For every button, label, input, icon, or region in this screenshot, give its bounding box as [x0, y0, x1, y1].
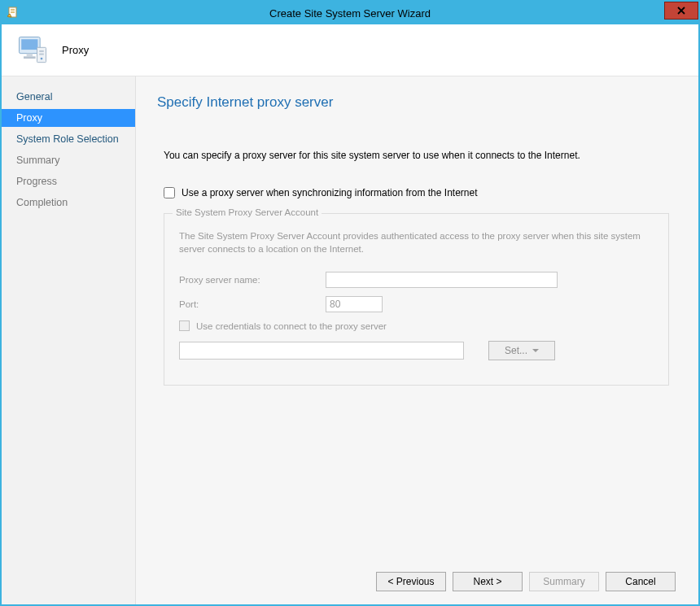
sidebar-item-summary[interactable]: Summary [2, 151, 135, 169]
wizard-window: Create Site System Server Wizard Proxy G… [0, 0, 700, 606]
svg-rect-1 [11, 9, 15, 10]
close-button[interactable] [664, 2, 698, 20]
cancel-button[interactable]: Cancel [606, 572, 676, 591]
use-proxy-checkbox[interactable] [164, 187, 175, 198]
set-credentials-button: Set... [488, 341, 555, 360]
set-button-label: Set... [505, 345, 527, 356]
fieldset-legend: Site System Proxy Server Account [173, 207, 322, 217]
proxy-server-row: Proxy server name: [179, 272, 654, 288]
use-proxy-row: Use a proxy server when synchronizing in… [164, 187, 676, 198]
sidebar-item-progress[interactable]: Progress [2, 172, 135, 190]
sidebar-item-proxy[interactable]: Proxy [2, 109, 135, 127]
sidebar-item-general[interactable]: General [2, 88, 135, 106]
previous-button[interactable]: < Previous [376, 572, 446, 591]
svg-rect-10 [39, 53, 44, 54]
use-credentials-label: Use credentials to connect to the proxy … [196, 321, 387, 331]
credentials-input [179, 342, 464, 360]
use-credentials-checkbox [179, 320, 190, 331]
svg-rect-7 [24, 56, 36, 59]
next-button[interactable]: Next > [453, 572, 523, 591]
sidebar-item-completion[interactable]: Completion [2, 194, 135, 211]
fieldset-info: The Site System Proxy Server Account pro… [179, 230, 654, 255]
main-panel: Specify Internet proxy server You can sp… [135, 76, 698, 604]
wizard-footer: < Previous Next > Summary Cancel [157, 556, 676, 591]
page-description: You can specify a proxy server for this … [164, 150, 676, 161]
port-input [326, 296, 383, 312]
svg-rect-6 [27, 53, 33, 56]
svg-rect-2 [11, 11, 15, 11]
port-row: Port: [179, 296, 654, 312]
svg-point-11 [41, 57, 43, 59]
page-heading: Specify Internet proxy server [157, 94, 676, 111]
window-icon [7, 7, 20, 20]
sidebar: General Proxy System Role Selection Summ… [2, 76, 135, 604]
proxy-server-input [326, 272, 558, 288]
wizard-header: Proxy [2, 24, 698, 76]
port-label: Port: [179, 299, 317, 309]
computer-icon [15, 33, 50, 68]
use-credentials-row: Use credentials to connect to the proxy … [179, 320, 654, 331]
window-title: Create Site System Server Wizard [2, 7, 698, 20]
use-proxy-label: Use a proxy server when synchronizing in… [182, 187, 478, 198]
close-icon [677, 7, 685, 15]
summary-button: Summary [529, 572, 599, 591]
titlebar: Create Site System Server Wizard [2, 2, 698, 24]
sidebar-item-system-role-selection[interactable]: System Role Selection [2, 130, 135, 148]
proxy-account-fieldset: Site System Proxy Server Account The Sit… [164, 213, 669, 386]
credentials-row: Set... [179, 341, 654, 360]
svg-rect-5 [21, 39, 37, 50]
proxy-server-label: Proxy server name: [179, 275, 317, 285]
chevron-down-icon [532, 349, 539, 352]
svg-rect-3 [11, 12, 15, 13]
svg-rect-9 [39, 50, 44, 52]
header-label: Proxy [62, 44, 89, 56]
wizard-body: General Proxy System Role Selection Summ… [2, 76, 698, 604]
